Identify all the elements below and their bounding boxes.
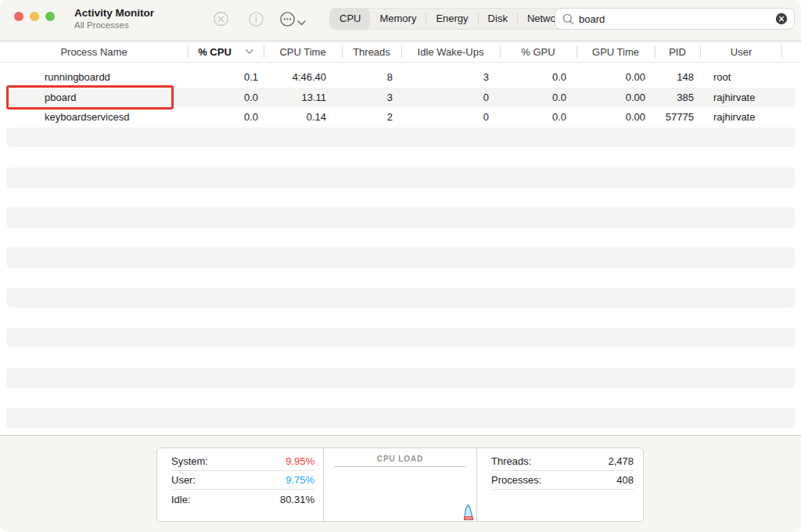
sort-chevron-down-icon xyxy=(246,49,253,54)
quit-process-button[interactable] xyxy=(212,10,229,27)
cell-gpu-percent: 0.0 xyxy=(500,71,577,83)
system-label: System: xyxy=(171,455,208,467)
close-window-button[interactable] xyxy=(14,12,23,21)
table-row-empty xyxy=(0,147,801,167)
table-header: Process Name % CPU CPU Time Threads Idle… xyxy=(0,41,801,63)
window-title-block: Activity Monitor All Processes xyxy=(74,7,154,30)
cell-threads: 2 xyxy=(342,111,401,123)
table-row-empty xyxy=(0,408,801,428)
column-header-cpu-time[interactable]: CPU Time xyxy=(264,41,342,62)
tab-energy[interactable]: Energy xyxy=(426,9,477,29)
cell-pid: 57775 xyxy=(655,111,700,123)
toolbar: Activity Monitor All Processes xyxy=(0,0,801,41)
search-field[interactable] xyxy=(555,8,795,30)
table-row-runningboardd[interactable]: runningboardd 0.1 4:46.40 8 3 0.0 0.00 1… xyxy=(0,67,801,88)
idle-cpu-stat: Idle: 80.31% xyxy=(171,490,314,509)
processes-stat: Processes: 408 xyxy=(491,471,634,490)
table-row-empty xyxy=(0,307,801,328)
system-cpu-stat: System: 9.95% xyxy=(171,452,314,471)
table-row-empty xyxy=(0,228,801,248)
zoom-window-button[interactable] xyxy=(45,12,55,21)
cpu-summary-panels: System: 9.95% User: 9.75% Idle: 80.31% C… xyxy=(156,448,644,522)
threads-label: Threads: xyxy=(491,455,531,467)
view-tabs: CPU Memory Energy Disk Network xyxy=(329,8,575,30)
cpu-load-panel: CPU LOAD xyxy=(324,448,477,521)
cell-process-name: runningboardd xyxy=(0,71,188,83)
more-options-chevron[interactable] xyxy=(297,15,306,29)
inspect-process-button[interactable] xyxy=(247,10,264,27)
column-header-gpu-percent[interactable]: % GPU xyxy=(500,41,577,62)
table-row-empty xyxy=(0,288,801,308)
cell-gpu-time: 0.00 xyxy=(577,92,655,103)
highlight-rectangle-pboard xyxy=(6,85,174,110)
cell-cpu-percent: 0.0 xyxy=(188,111,264,123)
counts-panel: Threads: 2,478 Processes: 408 xyxy=(477,448,643,521)
user-value: 9.75% xyxy=(286,474,314,486)
table-row-empty xyxy=(0,128,801,148)
info-circle-icon xyxy=(248,11,264,27)
search-input[interactable] xyxy=(579,13,775,25)
window-subtitle: All Processes xyxy=(74,20,154,30)
cell-cpu-percent: 0.1 xyxy=(188,71,264,83)
process-table-body: runningboardd 0.1 4:46.40 8 3 0.0 0.00 1… xyxy=(0,63,801,435)
system-value: 9.95% xyxy=(286,455,314,467)
cell-idle-wake-ups: 3 xyxy=(401,71,500,83)
idle-label: Idle: xyxy=(171,494,191,505)
activity-monitor-window: Activity Monitor All Processes xyxy=(0,0,801,532)
processes-value: 408 xyxy=(616,474,634,486)
user-label: User: xyxy=(171,474,196,486)
cpu-load-spike-graph-icon xyxy=(463,503,474,520)
table-row-empty xyxy=(0,247,801,268)
cell-cpu-time: 0.14 xyxy=(264,111,342,123)
processes-label: Processes: xyxy=(491,474,541,486)
threads-stat: Threads: 2,478 xyxy=(491,452,634,471)
table-row-empty xyxy=(0,328,801,348)
x-octagon-icon xyxy=(213,11,229,27)
cell-threads: 3 xyxy=(342,92,401,103)
column-header-pid[interactable]: PID xyxy=(655,41,700,62)
threads-value: 2,478 xyxy=(608,455,634,467)
table-row-empty xyxy=(0,388,801,408)
idle-value: 80.31% xyxy=(280,494,314,505)
table-row-empty xyxy=(0,207,801,228)
tab-cpu[interactable]: CPU xyxy=(330,9,370,29)
column-header-user[interactable]: User xyxy=(700,41,782,62)
tab-disk[interactable]: Disk xyxy=(479,9,517,29)
clear-search-icon[interactable] xyxy=(775,13,788,25)
tab-memory[interactable]: Memory xyxy=(370,9,426,29)
cell-process-name: keyboardservicesd xyxy=(0,111,188,123)
cell-cpu-percent: 0.0 xyxy=(188,92,264,103)
cell-gpu-percent: 0.0 xyxy=(500,92,577,103)
cell-user: rajhirvate xyxy=(700,111,782,123)
table-row-empty xyxy=(0,268,801,288)
cell-pid: 385 xyxy=(655,92,700,103)
user-cpu-stat: User: 9.75% xyxy=(171,471,314,490)
cell-gpu-time: 0.00 xyxy=(577,111,655,123)
table-row-keyboardservicesd[interactable]: keyboardservicesd 0.0 0.14 2 0 0.0 0.00 … xyxy=(0,107,801,128)
cell-user: rajhirvate xyxy=(700,92,782,103)
column-header-idle-wake-ups[interactable]: Idle Wake-Ups xyxy=(401,41,500,62)
cell-threads: 8 xyxy=(342,71,401,83)
table-row-empty xyxy=(0,167,801,188)
cell-idle-wake-ups: 0 xyxy=(401,111,500,123)
table-row-empty xyxy=(0,188,801,208)
cell-cpu-time: 4:46.40 xyxy=(264,71,342,83)
more-options-button[interactable] xyxy=(278,10,296,27)
table-row-empty xyxy=(0,347,801,368)
column-header-threads[interactable]: Threads xyxy=(342,41,401,62)
cell-gpu-percent: 0.0 xyxy=(500,111,577,123)
cell-cpu-time: 13.11 xyxy=(264,92,342,103)
footer: System: 9.95% User: 9.75% Idle: 80.31% C… xyxy=(0,435,801,532)
column-header-cpu-percent[interactable]: % CPU xyxy=(188,41,264,62)
cell-pid: 148 xyxy=(655,71,700,83)
ellipsis-circle-icon xyxy=(279,11,296,27)
minimize-window-button[interactable] xyxy=(30,12,39,21)
chevron-down-icon xyxy=(297,20,306,26)
search-icon xyxy=(562,13,574,25)
column-header-process-name[interactable]: Process Name xyxy=(0,41,188,62)
cell-user: root xyxy=(700,71,782,83)
cpu-load-title: CPU LOAD xyxy=(334,452,466,467)
window-title: Activity Monitor xyxy=(74,7,154,19)
column-header-gpu-time[interactable]: GPU Time xyxy=(577,41,655,62)
cell-gpu-time: 0.00 xyxy=(577,71,655,83)
